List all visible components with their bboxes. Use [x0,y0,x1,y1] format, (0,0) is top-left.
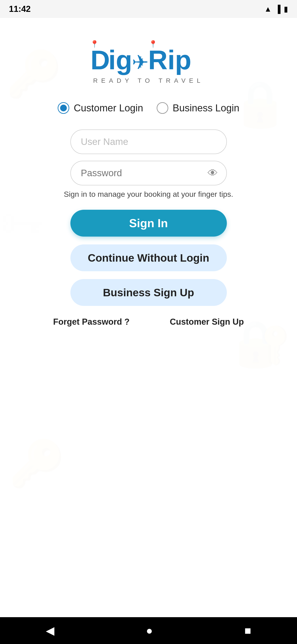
status-icons: ▲ ▐ ▮ [264,4,288,14]
status-time: 11:42 [9,4,31,14]
customer-radio-inner [60,105,67,111]
recent-button[interactable]: ■ [245,624,251,637]
svg-text:Rip: Rip [148,45,191,75]
signal-icon: ▐ [275,5,281,14]
business-login-label: Business Login [173,102,239,114]
username-container [70,130,227,154]
business-login-option[interactable]: Business Login [157,102,239,114]
login-type-row: Customer Login Business Login [58,102,239,114]
customer-radio[interactable] [58,102,69,114]
forget-password-link[interactable]: Forget Password ? [53,317,130,327]
main-content: 🔑 🔒 🗝 🔐 🔑 📍 📍 D ig ✈ Rip READY TO TRAVEL [0,18,297,617]
customer-login-option[interactable]: Customer Login [58,102,143,114]
business-signup-button[interactable]: Business Sign Up [70,279,227,306]
bottom-links: Forget Password ? Customer Sign Up [53,317,244,327]
hint-text: Sign in to manage your booking at your f… [64,190,233,198]
customer-signup-link[interactable]: Customer Sign Up [170,317,244,327]
continue-without-login-button[interactable]: Continue Without Login [70,244,227,271]
svg-text:D: D [90,45,110,75]
back-button[interactable]: ◀ [46,624,54,637]
home-button[interactable]: ● [146,624,153,637]
android-nav-bar: ◀ ● ■ [0,617,297,644]
wifi-icon: ▲ [264,5,272,14]
svg-text:ig: ig [108,45,132,75]
battery-icon: ▮ [284,4,288,14]
password-container: 👁 [70,161,227,185]
logo-container: 📍 📍 D ig ✈ Rip READY TO TRAVEL [90,40,207,84]
logo-brand: 📍 📍 D ig ✈ Rip [90,40,207,76]
svg-text:✈: ✈ [132,51,149,74]
toggle-password-icon[interactable]: 👁 [208,167,218,179]
logo-tagline: READY TO TRAVEL [93,77,204,84]
customer-login-label: Customer Login [74,102,143,114]
status-bar: 11:42 ▲ ▐ ▮ [0,0,297,18]
username-input[interactable] [70,130,227,154]
logo-svg: 📍 📍 D ig ✈ Rip [90,40,207,76]
business-radio[interactable] [157,102,168,114]
password-input[interactable] [70,161,227,185]
signin-button[interactable]: Sign In [70,210,227,236]
